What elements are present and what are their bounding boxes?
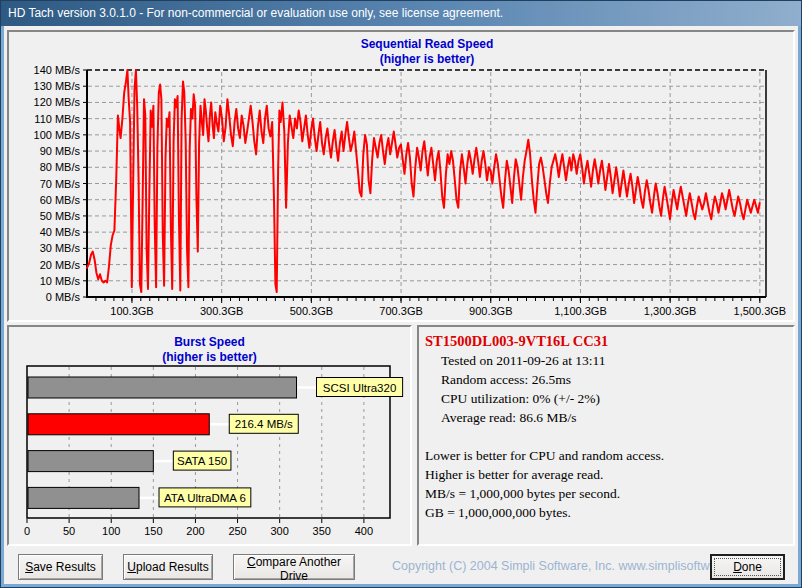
svg-text:1,500.3GB: 1,500.3GB [734, 305, 787, 317]
svg-text:120 MB/s: 120 MB/s [34, 96, 81, 108]
sequential-read-chart: 0 MB/s10 MB/s20 MB/s30 MB/s40 MB/s50 MB/… [9, 32, 793, 320]
burst-speed-panel: Burst Speed (higher is better) 050100150… [7, 325, 412, 546]
sequential-chart-title-line1: Sequential Read Speed [89, 37, 765, 52]
svg-text:100: 100 [102, 525, 120, 537]
svg-text:40 MB/s: 40 MB/s [40, 226, 81, 238]
svg-text:60 MB/s: 60 MB/s [40, 194, 81, 206]
svg-text:50 MB/s: 50 MB/s [40, 210, 81, 222]
burst-chart-title-line2: (higher is better) [19, 350, 400, 365]
upload-results-label: pload Results [136, 560, 209, 574]
svg-text:700.3GB: 700.3GB [379, 305, 422, 317]
svg-text:300.3GB: 300.3GB [200, 305, 243, 317]
svg-text:20 MB/s: 20 MB/s [40, 259, 81, 271]
save-results-button[interactable]: Save Results [18, 554, 103, 580]
cpu-utilization-line: CPU utilization: 0% (+/- 2%) [441, 389, 787, 408]
svg-text:1,100.3GB: 1,100.3GB [554, 305, 607, 317]
average-read-line: Average read: 86.6 MB/s [441, 408, 787, 427]
svg-text:100 MB/s: 100 MB/s [34, 129, 81, 141]
svg-text:216.4 MB/s: 216.4 MB/s [235, 418, 293, 430]
save-results-mnemonic: S [25, 560, 33, 574]
copyright-text: Copyright (C) 2004 Simpli Software, Inc.… [392, 559, 755, 573]
svg-text:50: 50 [63, 525, 75, 537]
svg-text:250: 250 [228, 525, 246, 537]
svg-text:300: 300 [270, 525, 288, 537]
svg-text:200: 200 [186, 525, 204, 537]
done-button[interactable]: Done [710, 554, 785, 580]
done-label: one [742, 560, 762, 574]
drive-model: ST1500DL003-9VT16L CC31 [425, 331, 787, 351]
hdtach-window: HD Tach version 3.0.1.0 - For non-commer… [0, 0, 802, 588]
compare-label: ompare Another Drive [256, 555, 341, 583]
note-lower-better: Lower is better for CPU and random acces… [425, 446, 787, 465]
sequential-read-panel: Sequential Read Speed (higher is better)… [7, 30, 795, 322]
svg-text:0: 0 [24, 525, 30, 537]
svg-text:1,300.3GB: 1,300.3GB [644, 305, 697, 317]
compare-another-drive-button[interactable]: Compare Another Drive [233, 554, 355, 580]
svg-text:80 MB/s: 80 MB/s [40, 161, 81, 173]
svg-text:500.3GB: 500.3GB [290, 305, 333, 317]
svg-text:900.3GB: 900.3GB [469, 305, 512, 317]
svg-text:SATA 150: SATA 150 [177, 455, 227, 467]
upload-results-mnemonic: U [127, 560, 136, 574]
random-access-line: Random access: 26.5ms [441, 370, 787, 389]
svg-text:150: 150 [144, 525, 162, 537]
svg-text:ATA UltraDMA 6: ATA UltraDMA 6 [164, 492, 246, 504]
note-higher-better: Higher is better for average read. [425, 465, 787, 484]
sequential-chart-title-line2: (higher is better) [89, 52, 765, 67]
note-mbs-definition: MB/s = 1,000,000 bytes per second. [425, 484, 787, 503]
svg-text:0 MB/s: 0 MB/s [46, 291, 81, 303]
svg-text:10 MB/s: 10 MB/s [40, 275, 81, 287]
tested-on-line: Tested on 2011-09-26 at 13:11 [441, 351, 787, 370]
svg-text:SCSI Ultra320: SCSI Ultra320 [323, 382, 397, 394]
svg-text:70 MB/s: 70 MB/s [40, 178, 81, 190]
svg-text:130 MB/s: 130 MB/s [34, 80, 81, 92]
svg-text:110 MB/s: 110 MB/s [34, 113, 80, 125]
window-title: HD Tach version 3.0.1.0 - For non-commer… [8, 6, 503, 20]
svg-text:400: 400 [355, 525, 373, 537]
svg-text:350: 350 [313, 525, 331, 537]
svg-text:140 MB/s: 140 MB/s [34, 64, 81, 76]
window-titlebar: HD Tach version 3.0.1.0 - For non-commer… [1, 1, 801, 26]
sequential-chart-title: Sequential Read Speed (higher is better) [89, 37, 765, 67]
client-area: Sequential Read Speed (higher is better)… [4, 26, 798, 584]
upload-results-button[interactable]: Upload Results [123, 554, 213, 580]
note-gb-definition: GB = 1,000,000,000 bytes. [425, 503, 787, 522]
svg-text:30 MB/s: 30 MB/s [40, 242, 81, 254]
svg-text:100.3GB: 100.3GB [110, 305, 153, 317]
save-results-label: ave Results [33, 560, 96, 574]
done-mnemonic: D [733, 560, 742, 574]
compare-mnemonic: C [247, 555, 256, 569]
svg-text:90 MB/s: 90 MB/s [40, 145, 81, 157]
burst-chart-title-line1: Burst Speed [19, 335, 400, 350]
burst-chart-title: Burst Speed (higher is better) [19, 335, 400, 365]
drive-info-panel: ST1500DL003-9VT16L CC31 Tested on 2011-0… [417, 325, 795, 546]
